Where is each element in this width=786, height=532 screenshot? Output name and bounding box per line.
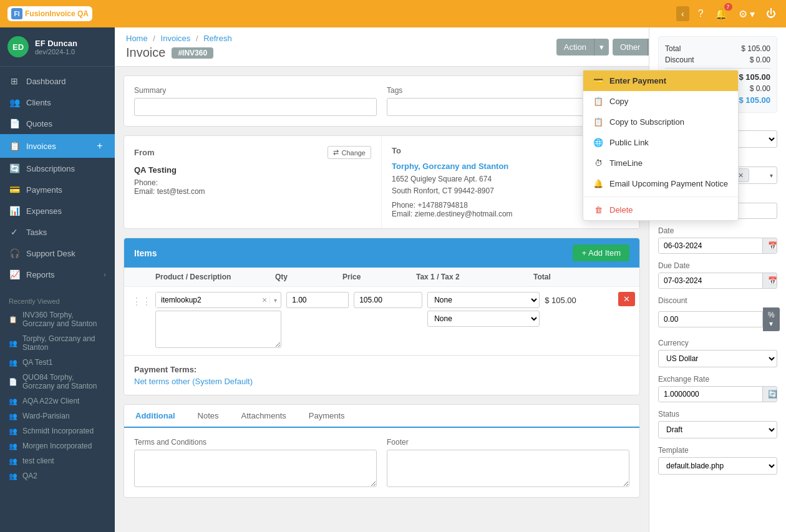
dropdown-item-delete[interactable]: 🗑 Delete [583,200,738,220]
discount-value: $ 0.00 [750,56,770,64]
footer-group: Footer [387,438,629,487]
dropdown-item-public-link[interactable]: 🌐 Public Link [583,132,738,153]
calendar-icon[interactable]: 📅 [762,238,777,253]
recent-item-label: Morgen Incorporated [22,442,92,450]
exchange-rate-wrapper: 🔄 [658,386,777,402]
recent-item-quo84[interactable]: 📄 QUO84 Torphy, Gorczany and Stanton [0,370,115,394]
footer-textarea[interactable] [387,450,629,487]
invoices-icon: 📋 [9,141,20,151]
item-description[interactable] [155,311,281,348]
tab-payments[interactable]: Payments [298,405,356,428]
currency-select[interactable]: US Dollar [658,350,777,367]
remove-payment-terms[interactable]: ✕ [738,172,744,180]
add-invoice-btn[interactable]: + [94,140,106,152]
action-btn[interactable]: Action [556,39,594,56]
summary-label: Summary [134,86,377,95]
recent-item-morgen[interactable]: 👥 Morgen Incorporated [0,438,115,453]
dropdown-item-email-notice[interactable]: 🔔 Email Upcoming Payment Notice [583,173,738,194]
recent-item-qa2[interactable]: 👥 QA2 [0,468,115,483]
due-date-label: Due Date [658,261,777,270]
dropdown-item-timeline[interactable]: ⏱ TimeLine [583,153,738,173]
change-from-btn[interactable]: ⇄ Change [328,146,371,159]
tax2-select[interactable]: None [427,311,540,327]
dropdown-item-enter-payment[interactable]: 💳 Enter Payment [583,70,738,91]
col-qty: Qty [275,273,337,281]
add-item-btn[interactable]: + Add Item [573,244,629,261]
items-header: Items + Add Item [124,238,639,268]
footer-label: Footer [387,438,629,447]
recent-item-ward[interactable]: 👥 Ward-Parisian [0,409,115,423]
from-to-card: From ⇄ Change QA Testing Phone: Email: [124,135,640,229]
recent-item-torphy[interactable]: 👥 Torphy, Gorczany and Stanton [0,331,115,355]
col-product: Product / Description [155,273,270,281]
other-btn[interactable]: Other [613,39,648,56]
date-group: Date 📅 [658,226,777,254]
subtotal-label: Total [665,44,681,53]
sidebar-item-quotes[interactable]: 📄 Quotes [0,113,115,134]
user-name: EF Duncan [35,39,77,48]
summary-input[interactable] [134,98,377,116]
payment-terms-arrow[interactable]: ▾ [770,172,773,179]
template-select[interactable]: default.blade.php [658,457,777,475]
quotes-icon: 📄 [9,118,20,128]
terms-textarea[interactable] [134,450,377,487]
tax1-select[interactable]: None [427,292,540,308]
recent-item-test-client[interactable]: 👥 test client [0,453,115,468]
refresh-exchange-icon[interactable]: 🔄 [762,387,777,402]
invoices-link[interactable]: Invoices [161,34,191,43]
sidebar-item-dashboard[interactable]: ⊞ Dashboard [0,70,115,92]
refresh-link[interactable]: Refresh [203,34,232,43]
product-input[interactable] [156,293,260,307]
exchange-rate-input[interactable] [659,387,762,402]
sidebar-collapse-btn[interactable]: ‹ [676,6,689,21]
dropdown-item-copy-subscription[interactable]: 📋 Copy to Subscription [583,112,738,132]
sidebar-item-invoices[interactable]: 📋 Invoices + [0,134,115,158]
app-title: FusionInvoice QA [25,9,89,18]
avatar: ED [7,36,29,57]
client-recent-icon: 👥 [9,397,17,405]
home-link[interactable]: Home [126,34,148,43]
due-calendar-icon[interactable]: 📅 [762,273,777,288]
power-btn[interactable]: ⏻ [764,6,779,22]
recent-item-schmidt[interactable]: 👥 Schmidt Incorporated [0,423,115,438]
tab-attachments[interactable]: Attachments [230,405,298,428]
payment-terms-section: Payment Terms: Net terms other (System D… [124,355,639,395]
sidebar-item-reports[interactable]: 📈 Reports › [0,264,115,285]
drag-handle[interactable]: ⋮⋮ [132,292,150,307]
date-input[interactable] [659,238,762,253]
recent-item-label: QA2 [22,472,37,480]
summary-group: Summary [134,86,377,116]
sidebar-item-support-desk[interactable]: 🎧 Support Desk [0,243,115,264]
copy-subscription-icon: 📋 [593,117,603,127]
recent-item-inv360[interactable]: 📋 INV360 Torphy, Gorczany and Stanton [0,307,115,331]
settings-btn[interactable]: ⚙ ▾ [736,6,757,22]
sidebar-nav: ⊞ Dashboard 👥 Clients 📄 Quotes 📋 Invoice… [0,67,115,289]
notifications-badge: 7 [724,3,732,11]
delete-item-btn[interactable]: ✕ [618,292,635,306]
sidebar-item-payments[interactable]: 💳 Payments [0,179,115,200]
status-select[interactable]: Draft Sent Paid [658,421,777,438]
help-btn[interactable]: ? [696,6,706,22]
client-recent-icon: 👥 [9,412,17,420]
price-input[interactable] [354,292,422,308]
dropdown-item-copy[interactable]: 📋 Copy [583,91,738,112]
discount-input[interactable] [658,311,763,327]
recently-viewed-title: Recently Viewed [0,294,115,307]
sidebar-item-subscriptions[interactable]: 🔄 Subscriptions [0,158,115,179]
qty-input[interactable] [286,292,349,308]
clear-icon[interactable]: × [260,295,269,305]
tabs-header: Additional Notes Attachments Payments [124,405,639,428]
col-tax: Tax 1 / Tax 2 [416,273,528,281]
action-dropdown-btn[interactable]: ▾ [594,39,609,56]
recent-item-qatest1[interactable]: 👥 QA Test1 [0,355,115,370]
sidebar-item-expenses[interactable]: 📊 Expenses [0,200,115,221]
user-branch: dev/2024-1.0 [35,48,77,56]
recent-item-aqa[interactable]: 👥 AQA A22w Client [0,394,115,409]
sidebar-item-clients[interactable]: 👥 Clients [0,92,115,113]
dropdown-icon[interactable]: ▾ [269,297,281,304]
sidebar-item-tasks[interactable]: ✓ Tasks [0,221,115,243]
tab-additional[interactable]: Additional [124,405,187,428]
tab-notes[interactable]: Notes [187,405,230,428]
due-date-input[interactable] [659,273,762,288]
discount-type-btn[interactable]: % ▾ [763,307,780,331]
